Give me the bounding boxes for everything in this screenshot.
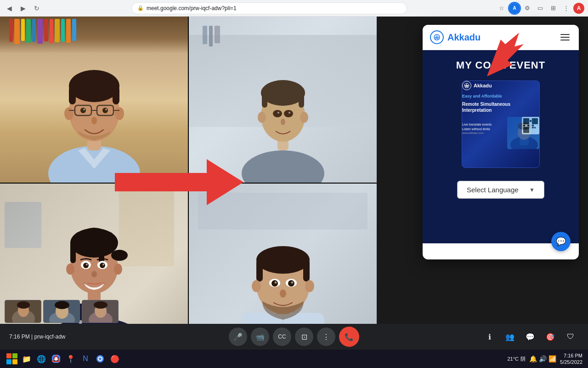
svg-point-66 bbox=[305, 280, 314, 292]
svg-point-26 bbox=[273, 110, 282, 117]
profile-avatar[interactable]: A bbox=[573, 3, 584, 14]
win-quad-4 bbox=[12, 359, 17, 364]
svg-point-100 bbox=[99, 357, 102, 360]
end-call-button[interactable]: 📞 bbox=[339, 327, 359, 347]
svg-point-18 bbox=[242, 150, 324, 183]
svg-point-62 bbox=[256, 246, 310, 274]
win-quad-2 bbox=[12, 353, 17, 358]
card-akkadu-logo: Akkadu bbox=[462, 81, 539, 90]
select-language-label: Select Language bbox=[467, 186, 519, 194]
camera-button[interactable]: 📹 bbox=[251, 328, 269, 346]
weather-condition: 阴 bbox=[520, 356, 526, 362]
notification-icon[interactable]: 🔔 bbox=[529, 355, 537, 362]
sidebar-icon[interactable]: ⊞ bbox=[548, 3, 559, 14]
svg-point-72 bbox=[291, 282, 293, 284]
svg-point-49 bbox=[114, 264, 122, 275]
microphone-button[interactable]: 🎤 bbox=[229, 328, 247, 346]
svg-point-6 bbox=[64, 107, 74, 120]
menu-button[interactable]: ⋮ bbox=[560, 3, 571, 14]
captions-button[interactable]: CC bbox=[273, 328, 291, 346]
svg-point-54 bbox=[86, 264, 88, 265]
akkadu-extension-icon[interactable]: A bbox=[509, 3, 520, 14]
event-title: MY COOL EVENT bbox=[456, 59, 545, 71]
menu-line-3 bbox=[560, 40, 570, 40]
extensions-button[interactable]: A bbox=[509, 3, 520, 14]
svg-point-53 bbox=[100, 263, 105, 268]
person-2-svg bbox=[237, 17, 329, 183]
extension-puzzle-icon[interactable]: ⚙ bbox=[522, 3, 533, 14]
svg-point-29 bbox=[288, 112, 290, 114]
app5-taskbar-button[interactable]: N bbox=[79, 352, 92, 365]
windows-logo bbox=[6, 353, 17, 364]
svg-point-3 bbox=[69, 70, 119, 102]
chrome-taskbar-button[interactable] bbox=[50, 352, 62, 365]
svg-point-7 bbox=[115, 107, 124, 120]
akkadu-menu-button[interactable] bbox=[559, 32, 571, 42]
thumbnail-2 bbox=[43, 300, 80, 323]
file-explorer-button[interactable]: 📁 bbox=[20, 352, 33, 365]
akkadu-logo-icon bbox=[430, 30, 444, 44]
svg-point-44 bbox=[80, 228, 108, 246]
forward-button[interactable]: ▶ bbox=[17, 3, 28, 14]
svg-point-47 bbox=[111, 250, 128, 261]
present-button[interactable]: ⊡ bbox=[295, 328, 313, 346]
browser-taskbar-button[interactable]: 🌐 bbox=[35, 352, 48, 365]
svg-point-15 bbox=[83, 109, 85, 110]
chat-button[interactable]: 💬 bbox=[522, 328, 538, 345]
svg-rect-46 bbox=[99, 242, 104, 263]
svg-point-86 bbox=[94, 301, 107, 309]
person-1-svg bbox=[39, 31, 149, 183]
address-bar[interactable]: 🔒 meet.google.com/prw-iqcf-adw?pli=1 bbox=[131, 2, 407, 14]
svg-point-55 bbox=[102, 264, 104, 265]
shield-button[interactable]: 🛡 bbox=[562, 328, 579, 345]
network-icon[interactable]: 📶 bbox=[548, 355, 556, 362]
app6-taskbar-button[interactable] bbox=[94, 352, 107, 365]
bookmark-button[interactable]: ☆ bbox=[496, 3, 507, 14]
svg-rect-63 bbox=[256, 259, 263, 282]
svg-point-69 bbox=[271, 280, 278, 287]
browser-actions: ☆ A ⚙ ▭ ⊞ ⋮ A bbox=[496, 3, 584, 14]
participants-button[interactable]: 👥 bbox=[502, 328, 518, 345]
svg-point-21 bbox=[261, 80, 305, 106]
svg-point-56 bbox=[91, 271, 97, 277]
svg-point-52 bbox=[83, 263, 89, 268]
svg-rect-64 bbox=[303, 259, 310, 282]
svg-point-48 bbox=[66, 264, 74, 275]
activities-button[interactable]: 🎯 bbox=[542, 328, 559, 345]
svg-rect-22 bbox=[262, 92, 267, 108]
meeting-time-code: 7:16 PM | prw-iqcf-adw bbox=[9, 334, 66, 340]
svg-point-71 bbox=[274, 282, 277, 284]
svg-rect-23 bbox=[299, 92, 304, 108]
akkadu-body: MY COOL EVENT Akkadu Easy and Affordable… bbox=[423, 50, 579, 243]
windows-start-button[interactable] bbox=[6, 352, 18, 365]
akkadu-logo: Akkadu bbox=[430, 30, 481, 44]
maps-taskbar-button[interactable]: 📍 bbox=[64, 352, 77, 365]
svg-point-16 bbox=[105, 109, 107, 110]
taskbar-clock[interactable]: 7:16 PM 5/25/2022 bbox=[560, 352, 582, 366]
chat-fab-button[interactable]: 💬 bbox=[551, 232, 571, 251]
meeting-info: 7:16 PM | prw-iqcf-adw bbox=[9, 334, 66, 340]
cast-icon[interactable]: ▭ bbox=[535, 3, 546, 14]
svg-point-65 bbox=[252, 280, 261, 292]
weather-widget: 21°C 阴 bbox=[507, 356, 526, 362]
thumbnail-3 bbox=[82, 300, 119, 323]
svg-point-82 bbox=[55, 301, 69, 309]
svg-point-13 bbox=[80, 108, 86, 113]
svg-point-27 bbox=[284, 110, 293, 117]
url-text: meet.google.com/prw-iqcf-adw?pli=1 bbox=[147, 5, 237, 12]
more-options-button[interactable]: ⋮ bbox=[317, 328, 335, 346]
volume-icon[interactable]: 🔊 bbox=[539, 355, 547, 362]
svg-point-25 bbox=[300, 112, 308, 123]
select-language-button[interactable]: Select Language ▼ bbox=[457, 181, 544, 199]
svg-rect-4 bbox=[69, 86, 76, 104]
reload-button[interactable]: ↻ bbox=[31, 3, 42, 14]
svg-point-30 bbox=[281, 119, 285, 125]
back-button[interactable]: ◀ bbox=[4, 3, 15, 14]
taskbar-date-display: 5/25/2022 bbox=[560, 359, 582, 365]
video-cell-1 bbox=[0, 17, 188, 183]
akkadu-logo-text: Akkadu bbox=[447, 32, 481, 43]
info-button[interactable]: ℹ bbox=[481, 328, 498, 345]
app7-taskbar-button[interactable]: 🔴 bbox=[108, 352, 121, 365]
thumbnail-strip bbox=[5, 300, 119, 323]
card-logo-icon bbox=[462, 81, 471, 90]
